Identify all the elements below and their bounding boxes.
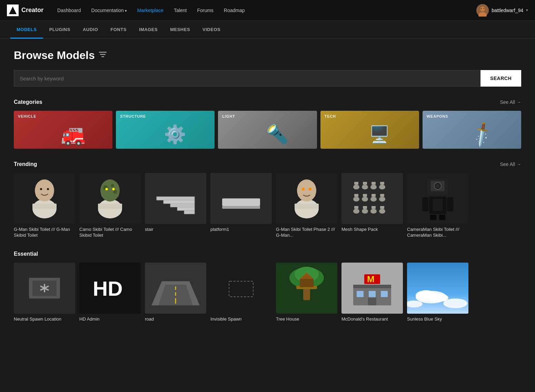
search-button[interactable]: SEARCH	[480, 70, 521, 87]
trending-section-header: Trending See All →	[14, 161, 521, 167]
essential-grid: Neutral Spawn Location HD HD Admin	[14, 263, 521, 322]
toilet-gman2-icon	[288, 176, 326, 221]
search-input[interactable]	[14, 70, 480, 87]
trending-thumb-2	[145, 173, 206, 224]
essential-item-3[interactable]: Invisible Spawn	[210, 263, 272, 322]
tech-icon: 🖥️	[369, 125, 390, 144]
essential-title-0: Neutral Spawn Location	[14, 316, 75, 322]
svg-point-5	[481, 8, 482, 9]
toilet-camo-icon	[91, 176, 129, 221]
trending-item-5[interactable]: Mesh Shape Pack	[341, 173, 403, 238]
tab-videos[interactable]: VIDEOS	[196, 21, 227, 39]
category-tech-image: 🖥️	[340, 120, 419, 149]
trending-thumb-1	[79, 173, 141, 224]
svg-rect-70	[430, 215, 436, 220]
hd-admin-icon: HD	[88, 271, 132, 305]
trending-thumb-5	[341, 173, 403, 224]
nav-forums[interactable]: Forums	[197, 8, 213, 13]
logo[interactable]: Creator	[7, 4, 43, 16]
svg-rect-56	[363, 206, 367, 209]
categories-title: Categories	[14, 99, 42, 105]
trending-thumb-6	[407, 173, 468, 224]
trending-grid: G-Man Skibi Toilet /// G-Man Skibid Toil…	[14, 173, 521, 238]
essential-title-5: McDonald's Restaurant	[341, 316, 403, 322]
tab-images[interactable]: IMAGES	[133, 21, 164, 39]
svg-point-19	[100, 179, 120, 202]
road-icon	[151, 271, 200, 305]
category-weapons-label: WEAPONS	[427, 114, 517, 118]
tab-meshes[interactable]: MESHES	[164, 21, 196, 39]
trending-thumb-0	[14, 173, 75, 224]
trending-item-0[interactable]: G-Man Skibi Toilet /// G-Man Skibid Toil…	[14, 173, 75, 238]
category-light-label: LIGHT	[222, 114, 313, 118]
svg-rect-69	[447, 197, 453, 211]
svg-point-47	[353, 197, 359, 202]
essential-item-1[interactable]: HD HD Admin	[79, 263, 141, 322]
essential-item-5[interactable]: M McDonald's Restaurant	[341, 263, 403, 322]
svg-point-22	[113, 190, 117, 194]
tab-models[interactable]: MODELS	[10, 21, 43, 39]
logo-icon	[7, 4, 19, 16]
nav-dashboard[interactable]: Dashboard	[57, 8, 81, 13]
svg-rect-92	[357, 291, 364, 297]
svg-point-59	[370, 209, 377, 214]
nav-documentation[interactable]: Documentation	[91, 8, 127, 13]
svg-rect-29	[157, 197, 195, 200]
essential-title-2: road	[145, 316, 206, 322]
nav-talent[interactable]: Talent	[174, 8, 187, 13]
svg-point-39	[353, 185, 359, 189]
category-light[interactable]: LIGHT 🔦	[218, 111, 317, 149]
user-profile-area[interactable]: battledwarf_94 ▾	[476, 4, 528, 17]
tab-plugins[interactable]: PLUGINS	[43, 21, 77, 39]
trending-see-all[interactable]: See All →	[500, 161, 521, 167]
svg-rect-83	[229, 281, 253, 297]
svg-text:M: M	[367, 274, 375, 284]
svg-rect-18	[98, 204, 122, 209]
trending-title-6: CameraMan Skibi Toilet /// CameraMan Ski…	[407, 227, 468, 238]
vehicle-icon: 🚒	[61, 123, 86, 146]
svg-rect-31	[222, 206, 260, 209]
essential-item-4[interactable]: Tree House	[276, 263, 337, 322]
trending-item-2[interactable]: stair	[145, 173, 206, 238]
treehouse-icon	[284, 266, 329, 311]
trending-item-4[interactable]: G-Man Skibi Toilet Phase 2 /// G-Man...	[276, 173, 337, 238]
essential-item-0[interactable]: Neutral Spawn Location	[14, 263, 75, 322]
category-tech[interactable]: TECH 🖥️	[320, 111, 419, 149]
filter-icon[interactable]	[99, 51, 107, 59]
svg-rect-93	[369, 291, 376, 297]
category-vehicle[interactable]: VEHICLE 🚒	[14, 111, 112, 149]
essential-thumb-4	[276, 263, 337, 314]
svg-rect-8	[100, 54, 106, 55]
svg-rect-58	[371, 206, 376, 209]
essential-item-6[interactable]: Sunless Blue Sky	[407, 263, 468, 322]
categories-see-all[interactable]: See All →	[500, 99, 521, 105]
essential-item-2[interactable]: road	[145, 263, 206, 322]
svg-rect-40	[363, 182, 367, 185]
trending-item-6[interactable]: CameraMan Skibi Toilet /// CameraMan Ski…	[407, 173, 468, 238]
svg-rect-71	[439, 215, 445, 220]
svg-point-57	[362, 209, 368, 214]
logo-text: Creator	[21, 7, 43, 14]
svg-rect-25	[184, 210, 195, 214]
svg-point-24	[112, 188, 115, 190]
top-navigation: Creator Dashboard Documentation Marketpl…	[0, 0, 535, 21]
trending-item-3[interactable]: platform1	[210, 173, 272, 238]
sky-icon	[407, 263, 468, 314]
category-structure[interactable]: STRUCTURE ⚙️	[116, 111, 215, 149]
nav-roadmap[interactable]: Roadmap	[224, 8, 245, 13]
svg-rect-68	[422, 197, 428, 211]
category-weapons-image: 🗡️	[442, 120, 521, 149]
nav-marketplace[interactable]: Marketplace	[137, 8, 164, 13]
trending-item-1[interactable]: Camo Skibi Toilet /// Camo Skibid Toilet	[79, 173, 141, 238]
user-dropdown-arrow[interactable]: ▾	[526, 8, 528, 12]
username-label: battledwarf_94	[492, 8, 523, 13]
essential-thumb-5: M	[341, 263, 403, 314]
svg-rect-95	[368, 298, 376, 305]
category-light-image: 🔦	[238, 120, 317, 149]
mcdonalds-icon: M	[350, 267, 395, 309]
category-weapons[interactable]: WEAPONS 🗡️	[423, 111, 521, 149]
tab-audio[interactable]: AUDIO	[77, 21, 104, 39]
avatar	[476, 4, 489, 17]
tab-fonts[interactable]: FONTS	[104, 21, 133, 39]
svg-rect-9	[101, 56, 104, 57]
